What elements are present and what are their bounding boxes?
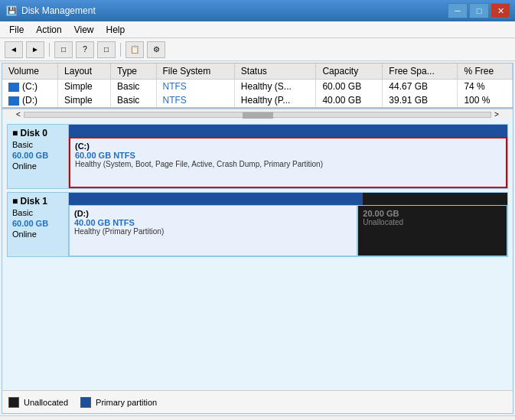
disk-0-header-bar	[69, 125, 507, 137]
window-title: Disk Management	[21, 5, 96, 16]
cell-fs: NTFS	[156, 80, 234, 94]
legend-primary: Primary partition	[80, 397, 157, 408]
partition-c-status: Healthy (System, Boot, Page File, Active…	[75, 160, 501, 168]
toolbar-settings[interactable]: ⚙	[147, 41, 165, 58]
menu-view[interactable]: View	[68, 23, 100, 37]
horizontal-scrollbar[interactable]: < >	[2, 109, 513, 119]
close-button[interactable]: ✕	[491, 3, 510, 18]
col-capacity: Capacity	[316, 63, 383, 80]
toolbar-export[interactable]: 📋	[125, 41, 144, 58]
cell-capacity: 40.00 GB	[316, 93, 383, 107]
scroll-right-btn[interactable]: >	[491, 110, 502, 119]
table-header-row: Volume Layout Type File System Status Ca…	[2, 63, 513, 80]
disk-0-id: ■ Disk 0	[12, 128, 64, 138]
disk-0-partitions: (C:) 60.00 GB NTFS Healthy (System, Boot…	[69, 125, 507, 188]
toolbar: ◄ ► □ ? □ 📋 ⚙	[0, 38, 515, 61]
menu-file[interactable]: File	[3, 23, 30, 37]
legend-primary-label: Primary partition	[96, 398, 157, 407]
col-freespace: Free Spa...	[383, 63, 458, 80]
partition-c[interactable]: (C:) 60.00 GB NTFS Healthy (System, Boot…	[69, 137, 507, 188]
window-controls: ─ □ ✕	[448, 3, 510, 18]
title-bar: 💾 Disk Management ─ □ ✕	[0, 0, 515, 21]
title-bar-left: 💾 Disk Management	[6, 5, 96, 16]
disk-1-type: Basic	[12, 208, 64, 217]
legend-unallocated-label: Unallocated	[24, 398, 68, 407]
disk-1-partition-row: (D:) 40.00 GB NTFS Healthy (Primary Part…	[69, 205, 507, 256]
minimize-button[interactable]: ─	[448, 3, 468, 18]
cell-layout: Simple	[58, 93, 111, 107]
disk-0-status: Online	[12, 161, 64, 171]
partition-d-status: Healthy (Primary Partition)	[74, 227, 352, 236]
partition-d[interactable]: (D:) 40.00 GB NTFS Healthy (Primary Part…	[69, 205, 357, 256]
partition-c-name: (C:)	[75, 142, 501, 151]
status-bar	[0, 415, 515, 420]
cell-type: Basic	[111, 93, 157, 107]
cell-status: Healthy (S...	[234, 80, 316, 94]
cell-pct: 100 %	[458, 93, 513, 107]
cell-volume: (C:)	[2, 80, 58, 94]
partition-d-name: (D:)	[74, 209, 352, 218]
toolbar-separator-1	[49, 43, 50, 57]
table-row[interactable]: (D:) Simple Basic NTFS Healthy (P... 40.…	[2, 93, 513, 107]
cell-status: Healthy (P...	[234, 93, 316, 107]
legend-unallocated: Unallocated	[8, 397, 68, 408]
partition-unallocated[interactable]: 20.00 GB Unallocated	[357, 205, 507, 256]
volume-icon-c	[8, 83, 19, 92]
disk-1-partitions: (D:) 40.00 GB NTFS Healthy (Primary Part…	[69, 193, 507, 256]
partition-d-size: 40.00 GB NTFS	[74, 218, 352, 227]
disk-1-row: ■ Disk 1 Basic 60.00 GB Online (D:) 40.0…	[7, 192, 508, 257]
maximize-button[interactable]: □	[469, 3, 489, 18]
volume-icon-d	[8, 96, 19, 106]
cell-free: 39.91 GB	[383, 93, 458, 107]
disk-1-status: Online	[12, 230, 64, 239]
cell-capacity: 60.00 GB	[316, 80, 383, 94]
legend-unallocated-box	[8, 397, 19, 408]
toolbar-forward[interactable]: ►	[26, 41, 44, 58]
legend: Unallocated Primary partition	[2, 390, 513, 413]
disk-0-partition-row: (C:) 60.00 GB NTFS Healthy (System, Boot…	[69, 137, 507, 188]
legend-primary-box	[80, 397, 91, 408]
cell-volume: (D:)	[2, 93, 58, 107]
disk-1-label: ■ Disk 1 Basic 60.00 GB Online	[8, 193, 69, 256]
volume-table-area: Volume Layout Type File System Status Ca…	[2, 63, 513, 109]
app-icon: 💾	[6, 5, 17, 16]
disk-1-size: 60.00 GB	[12, 219, 64, 228]
cell-layout: Simple	[58, 80, 111, 94]
toolbar-up[interactable]: □	[54, 41, 73, 58]
toolbar-view[interactable]: □	[97, 41, 116, 58]
col-type: Type	[111, 63, 157, 80]
col-volume: Volume	[2, 63, 58, 80]
disk-1-header-bar	[69, 193, 507, 205]
unallocated-size: 20.00 GB	[363, 209, 502, 218]
col-status: Status	[234, 63, 316, 80]
toolbar-help[interactable]: ?	[76, 41, 94, 58]
col-layout: Layout	[58, 63, 111, 80]
cell-type: Basic	[111, 80, 157, 94]
disk-0-row: ■ Disk 0 Basic 60.00 GB Online (C:) 60.0…	[7, 124, 508, 189]
unallocated-label: Unallocated	[363, 218, 502, 226]
disk-0-size: 60.00 GB	[12, 151, 64, 160]
col-percentfree: % Free	[458, 63, 513, 80]
disk-area: ■ Disk 0 Basic 60.00 GB Online (C:) 60.0…	[2, 119, 513, 390]
scroll-left-btn[interactable]: <	[13, 110, 24, 119]
cell-pct: 74 %	[458, 80, 513, 94]
toolbar-back[interactable]: ◄	[5, 41, 23, 58]
disk-0-type: Basic	[12, 140, 64, 149]
disk-1-id: ■ Disk 1	[12, 196, 64, 207]
scroll-thumb[interactable]	[243, 112, 273, 119]
cell-free: 44.67 GB	[383, 80, 458, 94]
partition-c-size: 60.00 GB NTFS	[75, 151, 501, 160]
menu-help[interactable]: Help	[100, 23, 132, 37]
toolbar-separator-2	[120, 43, 121, 57]
volume-table: Volume Layout Type File System Status Ca…	[2, 63, 513, 107]
main-content: Volume Layout Type File System Status Ca…	[2, 63, 513, 414]
disk-0-label: ■ Disk 0 Basic 60.00 GB Online	[8, 125, 69, 188]
scroll-track[interactable]	[24, 112, 491, 118]
cell-fs: NTFS	[156, 93, 234, 107]
col-filesystem: File System	[156, 63, 234, 80]
table-row[interactable]: (C:) Simple Basic NTFS Healthy (S... 60.…	[2, 80, 513, 94]
menu-action[interactable]: Action	[30, 23, 67, 37]
menu-bar: File Action View Help	[0, 21, 515, 38]
